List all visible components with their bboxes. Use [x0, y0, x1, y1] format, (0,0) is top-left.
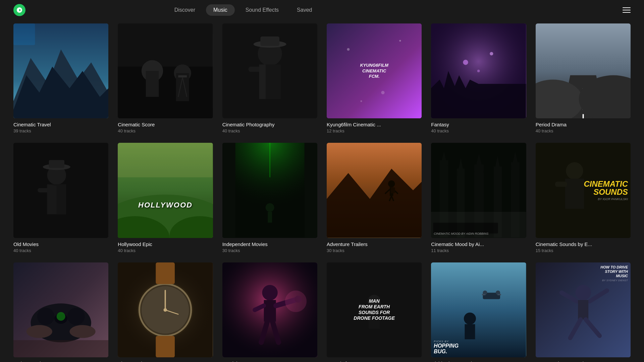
svg-rect-19	[259, 64, 265, 99]
main-nav: Discover Music Sound Effects Saved	[167, 4, 320, 16]
logo-icon[interactable]	[13, 4, 25, 16]
nav-saved[interactable]: Saved	[289, 4, 319, 16]
svg-rect-51	[268, 212, 272, 223]
card-old-movies[interactable]: Old Movies 40 tracks	[13, 143, 108, 253]
svg-rect-63	[391, 187, 395, 193]
svg-rect-80	[555, 182, 567, 187]
card-martial-arts-title: Martial Arts	[222, 361, 317, 362]
svg-rect-100	[156, 262, 175, 284]
card-fantasy-title: Fantasy	[431, 122, 526, 127]
nav-discover[interactable]: Discover	[167, 4, 203, 16]
card-cinematic-photography[interactable]: Cinematic Photography 40 tracks	[222, 23, 317, 133]
card-hollywood-epic-tracks: 40 tracks	[118, 248, 213, 253]
svg-rect-47	[118, 143, 213, 177]
svg-point-21	[347, 48, 350, 51]
svg-rect-90	[13, 340, 108, 358]
card-period-drama-tracks: 40 tracks	[536, 128, 631, 133]
svg-point-57	[388, 180, 395, 187]
card-adventure-trailers-tracks: 30 tracks	[327, 248, 422, 253]
card-cinematic-sounds-tracks: 15 tracks	[536, 248, 631, 253]
svg-point-98	[164, 308, 167, 311]
card-period-drama-title: Period Drama	[536, 122, 631, 127]
card-independent-movies[interactable]: Independent Movies 30 tracks	[222, 143, 317, 253]
card-adventure-trailers-title: Adventure Trailers	[327, 241, 422, 247]
card-adventure-trailers[interactable]: Adventure Trailers 30 tracks	[327, 143, 422, 253]
svg-point-29	[490, 52, 493, 55]
svg-rect-54	[304, 143, 317, 238]
svg-rect-7	[146, 71, 159, 97]
svg-rect-3	[13, 23, 35, 45]
svg-rect-129	[578, 300, 588, 319]
card-cinematic-travel-title: Cinematic Travel	[13, 122, 108, 127]
svg-rect-123	[482, 294, 485, 295]
header: Discover Music Sound Effects Saved	[0, 0, 644, 20]
svg-point-30	[477, 70, 480, 72]
card-cinematic-mood[interactable]: CINEMATIC MOOD BY AIDIN ROBBINS Cinemati…	[431, 143, 526, 253]
svg-point-110	[285, 290, 306, 312]
card-drone-footage-title: Sounds for Drone Foot...	[327, 361, 422, 362]
svg-rect-10	[178, 75, 187, 77]
card-cinematic-travel-tracks: 39 tracks	[13, 128, 108, 133]
card-cinematic-photo-title: Cinematic Photography	[222, 122, 317, 127]
card-drone-footage[interactable]: MANFROM EARTHSOUNDS FORDRONE FOOTAGE Sou…	[327, 262, 422, 362]
card-action-gaming[interactable]: Action Gaming 39 tracks	[13, 262, 108, 362]
svg-point-85	[67, 308, 85, 325]
svg-rect-53	[222, 143, 235, 238]
main-content: Cinematic Travel 39 tracks	[0, 0, 644, 362]
svg-rect-119	[465, 324, 475, 339]
card-old-movies-title: Old Movies	[13, 241, 108, 247]
card-period-drama[interactable]: Period Drama 40 tracks	[536, 23, 631, 133]
nav-music[interactable]: Music	[206, 4, 235, 16]
card-how-to-drive[interactable]: HOW TO DRIVESTORY WITHMUSIC BY SYDNEY DI…	[536, 262, 631, 362]
card-kyung6film-title: Kyung6film Cinematic ...	[327, 122, 422, 127]
card-kyung6film[interactable]: KYUNG6FILMCINEMATICFCM. Kyung6film Cinem…	[327, 23, 422, 133]
card-kyung6film-tracks: 12 tracks	[327, 128, 422, 133]
card-hollywood-epic[interactable]: HOLLYWOOD Hollywood Epic 40 tracks	[118, 143, 213, 253]
svg-marker-42	[47, 184, 56, 214]
svg-point-103	[262, 285, 277, 300]
svg-point-87	[57, 312, 65, 321]
svg-point-84	[37, 308, 55, 325]
svg-rect-16	[260, 37, 279, 46]
svg-point-22	[399, 40, 401, 42]
card-nishit-sharma[interactable]: PICKS BY HOPPINGBUG. Nishit Sharma - Cin…	[431, 262, 526, 362]
card-cinematic-travel[interactable]: Cinematic Travel 39 tracks	[13, 23, 108, 133]
svg-rect-39	[49, 160, 64, 168]
svg-rect-5	[118, 67, 213, 119]
card-cinematic-sounds-title: Cinematic Sounds by E...	[536, 241, 631, 247]
svg-point-24	[360, 100, 362, 102]
svg-point-118	[464, 312, 476, 324]
card-cinematic-mood-tracks: 11 tracks	[431, 248, 526, 253]
svg-rect-99	[156, 336, 175, 357]
svg-point-89	[69, 325, 95, 338]
svg-rect-104	[264, 300, 276, 321]
card-cinematic-score-title: Cinematic Score	[118, 122, 213, 127]
card-how-to-drive-title: How to Drive Story wit...	[536, 361, 631, 362]
card-independent-movies-tracks: 30 tracks	[222, 248, 317, 253]
card-hollywood-epic-title: Hollywood Epic	[118, 241, 213, 247]
card-fantasy-tracks: 40 tracks	[431, 128, 526, 133]
card-cinematic-score[interactable]: Cinematic Score 40 tracks	[118, 23, 213, 133]
card-cinematic-sounds[interactable]: CINEMATICSOUNDS BY IGOR PANKULSKI Cinema…	[536, 143, 631, 253]
card-nishit-sharma-title: Nishit Sharma - Cinem...	[431, 361, 526, 362]
svg-point-23	[381, 91, 384, 94]
card-independent-movies-title: Independent Movies	[222, 241, 317, 247]
svg-point-50	[265, 203, 274, 212]
svg-rect-79	[565, 179, 584, 209]
card-cinematic-mood-title: Cinematic Mood by Ai...	[431, 241, 526, 247]
card-action-gaming-title: Action Gaming	[13, 361, 108, 362]
card-martial-arts[interactable]: Martial Arts 35 tracks	[222, 262, 317, 362]
menu-button[interactable]	[623, 7, 631, 13]
card-cinematic-score-tracks: 40 tracks	[118, 128, 213, 133]
svg-point-78	[566, 162, 583, 180]
svg-rect-124	[498, 294, 501, 295]
svg-point-126	[575, 285, 591, 300]
card-old-movies-tracks: 40 tracks	[13, 248, 108, 253]
card-fantasy[interactable]: Fantasy 40 tracks	[431, 23, 526, 133]
nav-sound-effects[interactable]: Sound Effects	[238, 4, 286, 16]
card-elegant-ads[interactable]: Elegant Ads 30 tracks	[118, 262, 213, 362]
card-elegant-ads-title: Elegant Ads	[118, 361, 213, 362]
svg-point-88	[26, 325, 52, 338]
card-cinematic-photo-tracks: 40 tracks	[222, 128, 317, 133]
svg-point-28	[463, 60, 468, 65]
